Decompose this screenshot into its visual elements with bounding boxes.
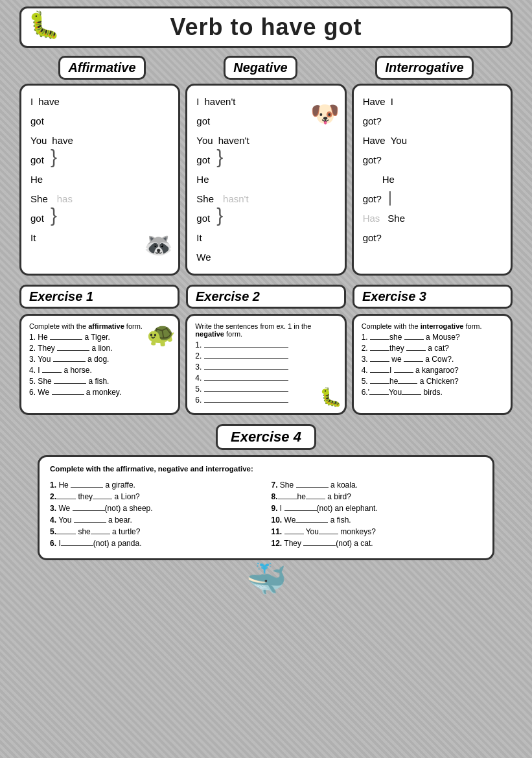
- worm-icon: 🐛: [28, 10, 60, 40]
- affirmative-header: Affirmative: [58, 56, 145, 80]
- section-headers: Affirmative Negative Interrogative: [19, 56, 513, 80]
- ex4-instruction: Complete with the affirmative, negative …: [50, 465, 482, 473]
- exercise4-header: Exercise 4: [216, 424, 316, 450]
- ex1-line5: 5. She a fish.: [29, 377, 170, 386]
- ex2-instruction: Write the sentences from ex. 1 in the ne…: [195, 322, 336, 338]
- ex3-line1: 1. she a Mouse?: [362, 333, 503, 342]
- ex4-col1-line4: 4. You a bear.: [50, 515, 260, 525]
- ex3-line6: 6.'You birds.: [362, 388, 503, 397]
- title-box: 🐛 Verb to have got: [19, 6, 513, 48]
- ex4-col2-line5: 11. You monkeys?: [272, 527, 482, 536]
- exercise2-box: Write the sentences from ex. 1 in the ne…: [185, 314, 346, 415]
- turtle-icon: 🐢: [146, 321, 176, 348]
- affirmative-box: I have got You have got } He She has got…: [19, 84, 180, 276]
- dog-icon: 🐶: [310, 91, 340, 137]
- raccoon-icon: 🦝: [144, 222, 173, 268]
- ex1-line3: 3. You a dog.: [29, 355, 170, 364]
- ex2-line3: 3.: [195, 362, 336, 372]
- interrogative-header: Interrogative: [375, 56, 473, 80]
- ex2-line4: 4.: [195, 373, 336, 383]
- whale-icon: 🐳: [6, 560, 526, 598]
- exercise2-header: Exercise 2: [186, 285, 346, 309]
- ex4-col1-line5: 5. she a turtle?: [50, 527, 260, 536]
- affirmative-row-1: I have: [30, 92, 169, 112]
- exercise1-header: Exercise 1: [19, 285, 179, 309]
- ex3-line3: 3. we a Cow?.: [362, 355, 503, 364]
- ex4-col1: 1. He a giraffe. 2. they a Lion? 3. We (…: [50, 478, 260, 551]
- ex1-line4: 4. I a horse.: [29, 366, 170, 375]
- ex4-header-row: Exercise 4: [19, 424, 513, 450]
- ex3-line4: 4. I a kangaroo?: [362, 366, 503, 375]
- ex4-col1-line1: 1. He a giraffe.: [50, 480, 260, 490]
- page-title: Verb to have got: [34, 14, 498, 41]
- ex4-col1-line3: 3. We (not) a sheep.: [50, 504, 260, 513]
- ex4-col1-line6: 6. I(not) a panda.: [50, 539, 260, 548]
- exercise4-box: Complete with the affirmative, negative …: [38, 455, 494, 560]
- ex2-line1: 1.: [195, 340, 336, 349]
- ex4-columns: 1. He a giraffe. 2. they a Lion? 3. We (…: [50, 478, 482, 551]
- ex4-col2-line6: 12. They (not) a cat.: [272, 539, 482, 548]
- exercise-row: Complete with the affirmative form. 🐢 1.…: [19, 314, 513, 415]
- grammar-tables: I have got You have got } He She has got…: [19, 84, 513, 276]
- negative-box: 🐶 I haven't got You haven't got } He She…: [185, 84, 346, 276]
- ex2-line6: 6.: [195, 396, 336, 405]
- ex4-col2-line3: 9. I (not) an elephant.: [272, 504, 482, 513]
- ex2-line2: 2.: [195, 351, 336, 361]
- ex3-instruction: Complete with the interrogative form.: [362, 322, 503, 330]
- exercise3-header: Exercise 3: [353, 285, 513, 309]
- ex4-col2-line1: 7. She a koala.: [272, 480, 482, 490]
- ex3-line5: 5. he a Chicken?: [362, 377, 503, 386]
- ex3-line2: 2. they a cat?: [362, 344, 503, 353]
- exercise-headers-row: Exercise 1 Exercise 2 Exercise 3: [19, 285, 513, 309]
- negative-header: Negative: [224, 56, 297, 80]
- interrogative-box: Have I got? Have You got? He got? | Has …: [352, 84, 513, 276]
- ex2-line5: 5.: [195, 385, 336, 394]
- exercise1-box: Complete with the affirmative form. 🐢 1.…: [19, 314, 180, 415]
- ex4-col2: 7. She a koala. 8.he a bird? 9. I (not) …: [272, 478, 482, 551]
- ex4-col2-line4: 10. We a fish.: [272, 515, 482, 525]
- ex4-col1-line2: 2. they a Lion?: [50, 492, 260, 501]
- bug-icon: 🐛: [319, 386, 342, 408]
- exercise3-box: Complete with the interrogative form. 1.…: [352, 314, 513, 415]
- ex4-col2-line2: 8.he a bird?: [272, 492, 482, 501]
- ex1-line6: 6. We a monkey.: [29, 388, 170, 397]
